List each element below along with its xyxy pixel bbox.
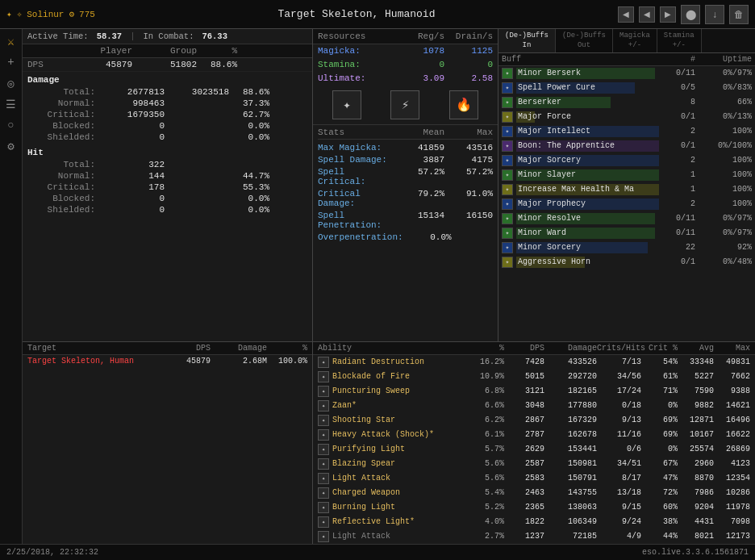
ability-row: ✦Shooting Star6.2%28671673299/1369%12871… [313,413,755,428]
group-col-header: Group [132,46,197,56]
delete-btn[interactable]: 🗑 [729,5,749,24]
ability-row: ✦Radiant Destruction16.2%74284335267/135… [313,355,755,370]
buff-uptime: 100% [695,170,752,179]
ab-damage: 177880 [544,401,597,410]
ab-pct: 6.2% [468,416,504,424]
ab-critpct: 71% [641,387,678,395]
sidebar-icon-gear[interactable]: ⚙ [2,137,20,155]
ab-max: 11978 [714,503,750,512]
buff-tabs: (De-)Buffs In (De-)Buffs Out Magicka +/-… [498,29,755,53]
dps-row: DPS 45879 51802 88.6% [23,58,312,72]
nav-next-btn[interactable]: ▶ [660,6,676,23]
ab-damage: 150981 [544,459,597,468]
ab-crits: 13/18 [597,488,641,497]
ab-damage: 150791 [544,474,597,483]
dps-label: DPS [27,60,68,69]
ab-avg: 5227 [678,372,714,381]
mean-header: Mean [388,127,444,137]
bottom-panels: Target DPS Damage % Target Skeleton, Hum… [23,342,755,544]
char-level: 775 [79,10,95,19]
stat-spellcrit: Spell Critical: 57.2% 57.2% [318,165,493,187]
skill-icon-2[interactable]: ⚡ [390,90,419,119]
target-pct-col: % [267,344,307,353]
tab-magicka[interactable]: Magicka +/- [613,29,657,52]
save-btn[interactable]: ↓ [705,5,724,24]
hit-section: Hit Total: 322 Normal: 144 44.7% [23,144,312,217]
tab-debuffs-out[interactable]: (De-)Buffs Out [556,29,613,52]
ab-dps: 1237 [504,532,544,541]
ab-dps: 2587 [504,459,544,468]
hit-shielded-label: Shielded: [27,205,100,215]
ab-pct: 10.9% [468,372,504,381]
ability-icon: ✦ [318,429,329,441]
buff-icon: ✦ [502,199,513,210]
buff-name: Minor Sorcery [516,243,581,252]
ability-name: Heavy Attack (Shock)* [332,430,468,439]
critical-v1: 1679350 [100,110,165,119]
buff-row: ✦Boon: The Apprentice0/10%/100% [498,139,755,153]
buff-name: Minor Slayer [516,170,576,179]
critdmg-mean: 79.2% [388,189,444,208]
char-level-icon: ⚙ [69,9,74,19]
hit-total-v2 [165,160,229,169]
ability-row: ✦Blazing Spear5.6%258715098134/5167%2960… [313,457,755,471]
hit-normal-row: Normal: 144 44.7% [27,170,307,182]
dps-pct: 88.6% [197,60,237,69]
record-btn[interactable]: ⬤ [681,5,700,24]
ultimate-label: Ultimate: [318,73,396,83]
critdmg-name: Critical Damage: [318,189,388,208]
blocked-label: Blocked: [27,121,100,131]
sidebar-icon-circle[interactable]: ○ [2,116,20,134]
hit-critical-v1: 178 [100,182,165,192]
skill-icon-3[interactable]: 🔥 [449,90,478,119]
buff-uptime: 0%/13% [695,112,752,121]
ab-critpct: 54% [641,357,678,366]
ability-icon: ✦ [318,371,329,382]
buff-icon: ✦ [502,68,513,79]
hit-blocked-v3: 0.0% [229,194,269,203]
buff-row: ✦Major Prophecy2100% [498,197,755,211]
reg-header: Reg/s [396,31,444,41]
sidebar-icon-sword[interactable]: ⚔ [2,32,20,50]
total-v1: 2677813 [100,87,165,97]
buff-row: ✦Major Intellect2100% [498,124,755,139]
ability-name: Purifying Light [332,445,468,453]
ab-dps: 1822 [504,517,544,526]
buff-icon: ✦ [502,111,513,123]
sidebar-icon-target[interactable]: ◎ [2,74,20,92]
buff-uptime: 0%/97% [695,214,752,223]
ab-critpct: 72% [641,488,678,497]
ab-dps: 2867 [504,416,544,424]
active-time-label: Active Time: [27,31,89,41]
top-panels: Active Time: 58.37 | In Combat: 76.33 Pl… [23,29,755,342]
buff-uptime: 66% [695,98,752,107]
dps-col-header [27,46,68,56]
buff-bar-container: Minor Slayer [516,169,659,181]
skill-icon-1[interactable]: ✦ [332,90,361,119]
buff-name: Major Intellect [516,127,590,136]
ability-name: Radiant Destruction [332,357,468,366]
ab-crits: 34/51 [597,459,641,468]
tab-debuffs-in[interactable]: (De-)Buffs In [498,29,556,52]
tab-stamina[interactable]: Stamina +/- [657,29,702,52]
target-panel: Target DPS Damage % Target Skeleton, Hum… [23,342,313,544]
ability-name: Blazing Spear [332,459,468,468]
ab-max: 12173 [714,532,750,541]
ability-icon: ✦ [318,487,329,499]
ab-pct: 5.2% [468,503,504,512]
nav-prev2-btn[interactable]: ◀ [639,6,655,23]
ab-max: 16496 [714,416,750,424]
app-window: ✦ ✧ Solinur ⚙ 775 Target Skeleton, Human… [0,0,755,560]
blocked-v3: 0.0% [229,121,269,131]
buff-uptime: 100% [695,156,752,165]
sidebar-icon-menu[interactable]: ☰ [2,95,20,113]
buff-row: ✦Minor Ward0/110%/97% [498,226,755,240]
ab-pct: 6.6% [468,401,504,410]
ultimate-row: Ultimate: 3.09 2.58 [313,72,498,86]
shielded-v3: 0.0% [229,132,269,142]
critical-v2 [165,110,229,119]
ovpen-mean: 0.0% [403,232,452,242]
sidebar-icon-plus[interactable]: + [2,53,20,71]
char-icon2: ✧ [17,9,23,19]
nav-prev-btn[interactable]: ◀ [618,6,634,23]
